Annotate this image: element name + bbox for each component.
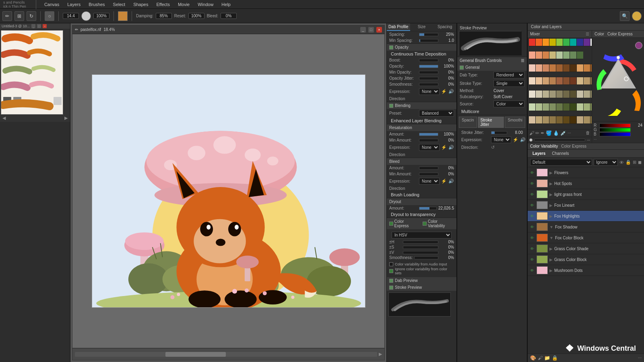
- layer-btn-lock[interactable]: 🔒: [552, 355, 558, 361]
- g-slider[interactable]: [599, 128, 631, 132]
- menu-effects[interactable]: Effects: [155, 1, 171, 8]
- scroll-left[interactable]: ◀: [2, 115, 6, 121]
- sj-expr-dropdown[interactable]: None: [491, 136, 511, 143]
- drawing-canvas[interactable]: [92, 74, 365, 308]
- layer-item-fox-lineart[interactable]: 👁 ▶ Fox Lineart: [528, 200, 644, 211]
- sj-tab-stroke-jitter[interactable]: Stroke Jitter: [478, 117, 504, 128]
- swatch-g10[interactable]: [590, 90, 592, 98]
- size-percent[interactable]: 100%: [93, 13, 109, 19]
- layer-eye-mushroom[interactable]: 👁: [529, 267, 535, 273]
- tab-dab-profile[interactable]: Dab Profile: [387, 23, 410, 31]
- mixer-bucket-icon[interactable]: 🪣: [546, 130, 552, 136]
- bleed-expr-dropdown[interactable]: None: [419, 178, 440, 185]
- layer-eye-hot-spots[interactable]: 👁: [529, 181, 535, 186]
- layer-expand-fox-color[interactable]: ▼: [549, 236, 553, 240]
- tab-color-variability[interactable]: Color: [594, 32, 604, 36]
- v-bar[interactable]: [403, 251, 438, 254]
- spacing-bar[interactable]: [419, 33, 438, 36]
- dab-type-dropdown[interactable]: Rendered: [493, 72, 524, 78]
- sj-dir-icon[interactable]: ↺: [491, 145, 495, 150]
- dryout-bar[interactable]: [419, 207, 437, 210]
- mixer-brush-icon[interactable]: 🖌: [529, 130, 534, 136]
- opacity-jitter-bar[interactable]: [419, 77, 438, 80]
- palette-color[interactable]: [632, 11, 642, 21]
- canvas-content[interactable]: [72, 34, 384, 348]
- brush-opacity-circle[interactable]: [81, 11, 91, 21]
- reset-value[interactable]: 100%: [188, 13, 204, 19]
- bleed-icon1[interactable]: ⚡: [441, 179, 447, 184]
- layer-expand-light-grass[interactable]: ▶: [549, 192, 553, 197]
- res-expr-icon[interactable]: ⚡: [441, 145, 447, 150]
- layer-expand-grass-shade[interactable]: ▶: [549, 247, 553, 251]
- bleed-amount-bar[interactable]: [419, 167, 438, 170]
- tool-circle[interactable]: ○: [45, 11, 54, 21]
- preset-dropdown[interactable]: Balanced: [419, 110, 454, 117]
- menu-canvas[interactable]: Canvas: [43, 1, 61, 8]
- expression-icon-2[interactable]: 🔊: [448, 89, 454, 94]
- mixer-more-icon[interactable]: ···: [568, 130, 571, 136]
- scrollbar-thumb[interactable]: [165, 352, 226, 357]
- tool-brush[interactable]: ✏: [2, 11, 12, 21]
- stroke-preview-header[interactable]: Stroke Preview: [387, 284, 456, 291]
- layer-expand-mushroom[interactable]: ▶: [549, 268, 553, 273]
- cv-smoothness-bar[interactable]: [414, 256, 438, 259]
- layer-item-grass-block[interactable]: 👁 ▶ Grass Color Block: [528, 254, 644, 265]
- left-maximize[interactable]: □: [37, 24, 41, 28]
- layer-item-fox-highlights[interactable]: 👁 ▶ Fox Highlights: [528, 211, 644, 222]
- layer-item-hot-spots[interactable]: 👁 ▶ Hot Spots: [528, 178, 644, 189]
- ignore-sets-checkbox[interactable]: [389, 269, 393, 273]
- color-express-toggle[interactable]: Color Express: [389, 219, 418, 228]
- tab-spacing[interactable]: Spacing: [433, 23, 456, 31]
- mixer-delete-icon[interactable]: 🗑: [586, 130, 590, 136]
- brush-size-value[interactable]: 14.4: [63, 13, 79, 19]
- bleed-value[interactable]: 0%: [221, 13, 237, 19]
- s-bar[interactable]: [403, 246, 438, 249]
- res-min-bar[interactable]: [419, 139, 438, 142]
- layer-expand-fox-highlights[interactable]: ▶: [549, 214, 553, 218]
- layer-item-fox-color-block[interactable]: 👁 ▼ Fox Color Block: [528, 232, 644, 243]
- color-variability-toggle[interactable]: Color Variability: [423, 219, 454, 228]
- bleed-header[interactable]: Bleed: [387, 158, 456, 165]
- res-expr-dropdown[interactable]: None: [419, 144, 440, 151]
- mixer-pen-icon[interactable]: ✒: [541, 130, 545, 136]
- sj-tab-smoothi[interactable]: Smoothi: [505, 117, 525, 128]
- res-amount-bar[interactable]: [419, 133, 438, 136]
- layer-expand-hot-spots[interactable]: ▶: [549, 181, 553, 186]
- min-opacity-bar[interactable]: [419, 71, 438, 74]
- mixer-eyedrop-icon[interactable]: 💉: [560, 130, 566, 136]
- color-wheel-svg[interactable]: [594, 43, 642, 116]
- sj-expr-icon1[interactable]: ⚡: [513, 137, 518, 142]
- mixer-pencil-icon[interactable]: ✏: [535, 130, 539, 136]
- layer-eye-light-grass[interactable]: 👁: [529, 191, 535, 197]
- layer-item-grass-shade[interactable]: 👁 ▶ Grass Color Shade: [528, 243, 644, 254]
- swatch-t10[interactable]: [590, 77, 592, 85]
- left-minimize[interactable]: _: [31, 24, 35, 28]
- layer-expand-flowers[interactable]: ▶: [549, 171, 553, 175]
- boost-bar[interactable]: [419, 59, 438, 62]
- expression-icon-1[interactable]: ⚡: [441, 89, 447, 94]
- layer-eye-grass-shade[interactable]: 👁: [529, 246, 535, 251]
- layer-eye-fox-highlights[interactable]: 👁: [529, 213, 535, 219]
- swatch-b10[interactable]: [590, 116, 592, 124]
- b-slider[interactable]: [599, 132, 631, 136]
- swatch-n10[interactable]: [590, 103, 592, 111]
- gbc-menu-icon[interactable]: ☰: [521, 58, 524, 63]
- opacity-header[interactable]: Opacity: [387, 44, 456, 51]
- tab-color-express[interactable]: Color Express: [607, 32, 633, 36]
- color-express-cb[interactable]: [389, 222, 393, 226]
- menu-brushes[interactable]: Brushes: [87, 1, 106, 8]
- opacity-checkbox[interactable]: [389, 45, 393, 49]
- tab-channels[interactable]: Channels: [550, 151, 570, 156]
- layer-opacity-dropdown[interactable]: Ignore: [594, 159, 618, 166]
- scroll-right-arrow[interactable]: ▶: [379, 352, 382, 357]
- layer-icon-1[interactable]: 👁: [619, 160, 624, 165]
- dab-preview-header[interactable]: Dab Preview: [387, 277, 456, 284]
- layer-eye-fox-shadow[interactable]: 👁: [529, 224, 535, 230]
- h-bar[interactable]: [403, 241, 438, 244]
- scroll-right[interactable]: ▶: [64, 115, 68, 121]
- mixer-menu[interactable]: ☰: [586, 32, 589, 36]
- layer-mode-dropdown[interactable]: Default: [530, 159, 592, 166]
- audio-checkbox[interactable]: [389, 262, 393, 266]
- menu-window[interactable]: Window: [196, 1, 215, 8]
- layer-eye-fox-lineart[interactable]: 👁: [529, 202, 535, 208]
